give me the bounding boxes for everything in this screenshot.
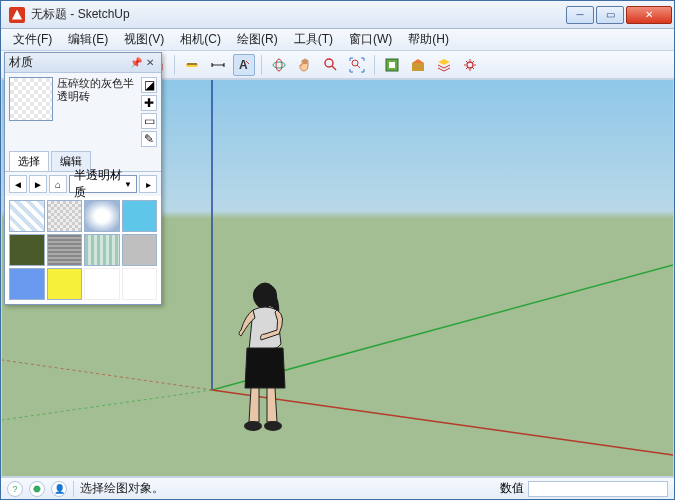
toolbar-separator [261,55,262,75]
title-bar[interactable]: 无标题 - SketchUp ─ ▭ ✕ [1,1,674,29]
current-material-swatch[interactable] [9,77,53,121]
window-controls: ─ ▭ ✕ [566,6,672,24]
tab-select[interactable]: 选择 [9,151,49,171]
menu-camera[interactable]: 相机(C) [172,29,229,50]
axis-x-neg [2,360,212,390]
display-secondary-icon[interactable]: ◪ [141,77,157,93]
panel-close-icon[interactable]: ✕ [143,56,157,70]
pan-tool-icon[interactable] [294,54,316,76]
warehouse-icon[interactable] [381,54,403,76]
material-swatch[interactable] [47,234,83,266]
zoom-tool-icon[interactable] [320,54,342,76]
status-geo-icon[interactable]: ⬣ [29,481,45,497]
window-title: 无标题 - SketchUp [31,6,566,23]
svg-point-6 [273,62,285,68]
extension-warehouse-icon[interactable] [407,54,429,76]
nav-forward-icon[interactable]: ► [29,175,47,193]
menu-view[interactable]: 视图(V) [116,29,172,50]
close-button[interactable]: ✕ [626,6,672,24]
nav-home-icon[interactable]: ⌂ [49,175,67,193]
material-swatch[interactable] [84,234,120,266]
materials-panel-title: 材质 [9,54,129,71]
app-icon [9,7,25,23]
measurement-label: 数值 [500,480,524,497]
material-grid [5,196,161,304]
orbit-tool-icon[interactable] [268,54,290,76]
tape-measure-icon[interactable] [181,54,203,76]
current-material-row: 压碎纹的灰色半透明砖 ◪ ✚ ▭ ✎ [5,73,161,151]
dimension-tool-icon[interactable] [207,54,229,76]
menu-draw[interactable]: 绘图(R) [229,29,286,50]
panel-pin-icon[interactable]: 📌 [129,56,143,70]
material-swatch[interactable] [84,200,120,232]
material-swatch[interactable] [9,234,45,266]
app-window: 无标题 - SketchUp ─ ▭ ✕ 文件(F) 编辑(E) 视图(V) 相… [0,0,675,500]
menu-help[interactable]: 帮助(H) [400,29,457,50]
menu-window[interactable]: 窗口(W) [341,29,400,50]
status-user-icon[interactable]: 👤 [51,481,67,497]
material-tool-column: ◪ ✚ ▭ ✎ [141,77,157,147]
preferences-icon[interactable] [459,54,481,76]
material-swatch[interactable] [47,268,83,300]
material-swatch[interactable] [122,234,158,266]
library-nav: ◄ ► ⌂ 半透明材质 ▼ ▸ [5,172,161,196]
materials-panel[interactable]: 材质 📌 ✕ 压碎纹的灰色半透明砖 ◪ ✚ ▭ ✎ 选择 编辑 ◄ ► ⌂ 半透… [4,52,162,305]
menu-file[interactable]: 文件(F) [5,29,60,50]
material-swatch[interactable] [122,268,158,300]
material-swatch[interactable] [9,200,45,232]
status-right: 数值 [500,480,668,497]
status-bar: ? ⬣ 👤 选择绘图对象。 数值 [1,477,674,499]
material-swatch[interactable] [84,268,120,300]
svg-text:A: A [239,58,248,72]
default-material-icon[interactable]: ▭ [141,113,157,129]
status-hint: 选择绘图对象。 [80,480,164,497]
toolbar-separator [374,55,375,75]
status-separator [73,481,74,497]
layers-icon[interactable] [433,54,455,76]
minimize-button[interactable]: ─ [566,6,594,24]
library-dropdown[interactable]: 半透明材质 ▼ [69,175,137,193]
maximize-button[interactable]: ▭ [596,6,624,24]
menu-edit[interactable]: 编辑(E) [60,29,116,50]
svg-point-7 [276,59,282,71]
svg-rect-11 [412,63,424,71]
create-material-icon[interactable]: ✚ [141,95,157,111]
library-menu-icon[interactable]: ▸ [139,175,157,193]
library-dropdown-label: 半透明材质 [74,167,124,201]
zoom-extents-icon[interactable] [346,54,368,76]
axis-y-neg [2,390,212,420]
menu-bar: 文件(F) 编辑(E) 视图(V) 相机(C) 绘图(R) 工具(T) 窗口(W… [1,29,674,51]
chevron-down-icon: ▼ [124,180,132,189]
svg-point-8 [325,59,333,67]
toolbar-separator [174,55,175,75]
nav-back-icon[interactable]: ◄ [9,175,27,193]
material-swatch[interactable] [122,200,158,232]
current-material-name: 压碎纹的灰色半透明砖 [57,77,137,103]
material-swatch[interactable] [9,268,45,300]
status-info-icon[interactable]: ? [7,481,23,497]
scale-figure[interactable] [217,280,297,435]
material-swatch[interactable] [47,200,83,232]
svg-point-14 [244,421,262,431]
materials-panel-header[interactable]: 材质 📌 ✕ [5,53,161,73]
svg-point-15 [264,421,282,431]
menu-tools[interactable]: 工具(T) [286,29,341,50]
measurement-input[interactable] [528,481,668,497]
text-tool-icon[interactable]: A [233,54,255,76]
svg-point-12 [467,62,473,68]
eyedropper-icon[interactable]: ✎ [141,131,157,147]
